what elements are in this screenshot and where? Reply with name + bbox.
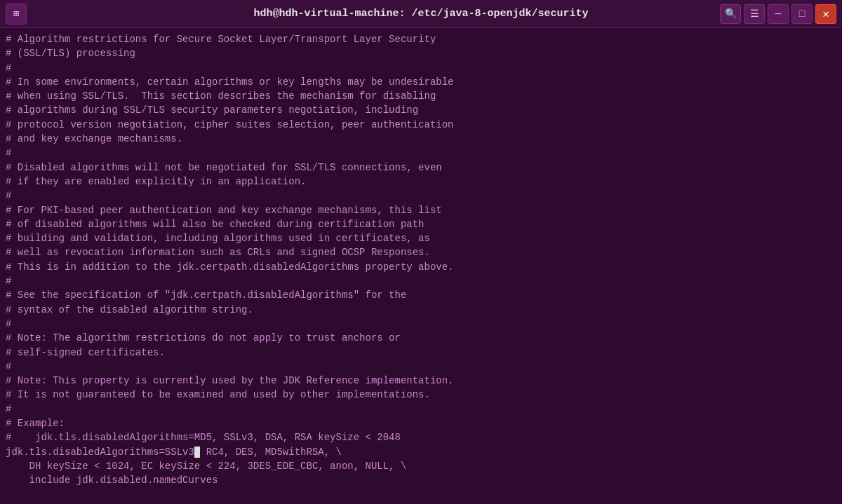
- close-button[interactable]: ✕: [815, 4, 836, 24]
- search-button[interactable]: 🔍: [720, 4, 741, 24]
- minimize-button[interactable]: ─: [768, 4, 789, 24]
- menu-icon: ☰: [750, 8, 759, 20]
- terminal-window: ⊞ hdh@hdh-virtual-machine: /etc/java-8-o…: [0, 0, 842, 504]
- close-icon: ✕: [822, 7, 829, 21]
- menu-button[interactable]: ☰: [744, 4, 765, 24]
- search-icon: 🔍: [725, 8, 737, 20]
- titlebar: ⊞ hdh@hdh-virtual-machine: /etc/java-8-o…: [0, 0, 842, 28]
- minimize-icon: ─: [775, 8, 781, 20]
- maximize-button[interactable]: □: [791, 4, 813, 24]
- titlebar-left: ⊞: [6, 4, 27, 25]
- window-title: hdh@hdh-virtual-machine: /etc/java-8-ope…: [253, 8, 588, 20]
- text-cursor: [194, 447, 200, 458]
- maximize-icon: □: [799, 8, 805, 20]
- window-controls: 🔍 ☰ ─ □ ✕: [720, 4, 836, 24]
- terminal-content[interactable]: # Algorithm restrictions for Secure Sock…: [0, 28, 842, 504]
- terminal-icon-symbol: ⊞: [13, 8, 19, 20]
- terminal-text: # Algorithm restrictions for Secure Sock…: [6, 32, 836, 504]
- terminal-icon[interactable]: ⊞: [6, 4, 27, 25]
